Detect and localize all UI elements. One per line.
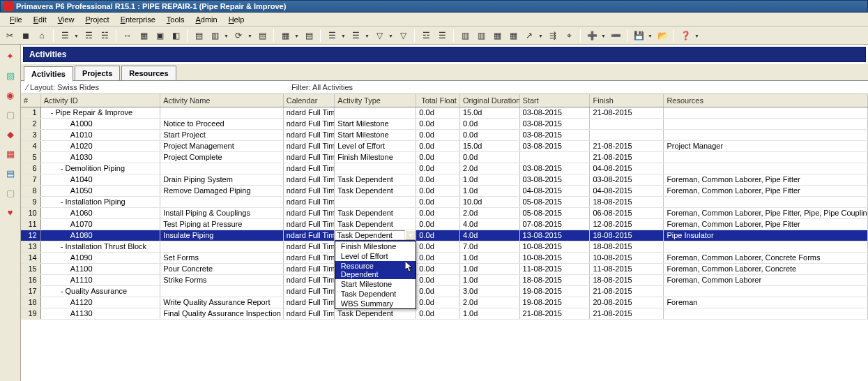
- toolbar-btn[interactable]: ☰: [325, 29, 339, 43]
- menu-project[interactable]: Project: [79, 14, 114, 25]
- col-header[interactable]: Activity ID: [40, 94, 160, 107]
- toolbar-btn[interactable]: ▤: [302, 29, 316, 43]
- toolbar-btn[interactable]: ➖: [609, 29, 623, 43]
- toolbar-btn[interactable]: ☵: [98, 29, 112, 43]
- col-header[interactable]: Start: [519, 94, 590, 107]
- table-row[interactable]: 2A1000Notice to Proceedndard Full TimeSt…: [21, 118, 868, 129]
- activities-grid: #Activity IDActivity NameCalendarActivit…: [21, 94, 868, 320]
- section-header: Activities: [23, 47, 866, 62]
- table-row[interactable]: 14A1090Set Formsndard Full TimeTask Depe…: [21, 252, 868, 263]
- toolbar-btn[interactable]: ▥: [458, 29, 472, 43]
- tab-projects[interactable]: Projects: [75, 66, 120, 80]
- sidebar-icon[interactable]: ▦: [5, 148, 16, 159]
- dropdown-option[interactable]: Finish Milestone: [335, 241, 416, 251]
- toolbar-btn[interactable]: ⌂: [35, 29, 49, 43]
- dropdown-option[interactable]: Level of Effort: [335, 251, 416, 261]
- table-row[interactable]: 13- Installation Thrust Blockndard Full …: [21, 241, 868, 252]
- toolbar-btn[interactable]: ☰: [58, 29, 72, 43]
- toolbar-btn[interactable]: ⟳: [231, 29, 245, 43]
- menu-view[interactable]: View: [52, 14, 80, 25]
- table-row[interactable]: 19A1130Final Quality Assurance Inspectio…: [21, 308, 868, 319]
- tab-activities[interactable]: Activities: [24, 66, 73, 82]
- toolbar-btn[interactable]: ▣: [153, 29, 167, 43]
- menu-help[interactable]: Help: [223, 14, 250, 25]
- toolbar-btn[interactable]: ➕: [585, 29, 599, 43]
- menu-tools[interactable]: Tools: [161, 14, 190, 25]
- sidebar-icon[interactable]: ▢: [5, 109, 16, 120]
- toolbar-btn[interactable]: ⇶: [546, 29, 560, 43]
- toolbar-btn[interactable]: ▽: [372, 29, 386, 43]
- activity-type-value[interactable]: Task Dependent: [335, 230, 405, 240]
- table-row[interactable]: 15A1100Pour Concretendard Full TimeTask …: [21, 263, 868, 274]
- col-header[interactable]: Activity Name: [160, 94, 284, 107]
- dropdown-button[interactable]: ▼: [405, 230, 416, 240]
- toolbar-btn[interactable]: ▦: [137, 29, 151, 43]
- toolbar-btn[interactable]: 📂: [655, 29, 669, 43]
- col-header[interactable]: #: [21, 94, 40, 107]
- toolbar-btn[interactable]: ✂: [3, 29, 17, 43]
- toolbar-btn[interactable]: ▤: [192, 29, 206, 43]
- col-header[interactable]: Calendar: [283, 94, 335, 107]
- table-row[interactable]: 18A1120Write Quality Assurance Reportnda…: [21, 297, 868, 308]
- toolbar-btn[interactable]: ◼: [19, 29, 33, 43]
- toolbar-btn[interactable]: ☲: [419, 29, 433, 43]
- col-header[interactable]: Activity Type: [335, 94, 416, 107]
- title-bar: Primavera P6 Professional R15.1 : PIPE R…: [0, 0, 868, 13]
- table-row[interactable]: 10A1060Install Piping & Couplingsndard F…: [21, 207, 868, 218]
- toolbar-btn[interactable]: ❓: [678, 29, 692, 43]
- table-row[interactable]: 17- Quality Assurancendard Full Time0.0d…: [21, 285, 868, 297]
- dropdown-option[interactable]: WBS Summary: [335, 299, 416, 308]
- toolbar-btn[interactable]: ▥: [474, 29, 488, 43]
- sidebar-icon[interactable]: ✦: [5, 50, 16, 61]
- toolbar-btn[interactable]: ↔: [121, 29, 135, 43]
- menu-edit[interactable]: Edit: [28, 14, 52, 25]
- toolbar-btn[interactable]: ▤: [255, 29, 269, 43]
- table-row[interactable]: 3A1010Start Projectndard Full TimeStart …: [21, 129, 868, 140]
- table-row[interactable]: 7A1040Drain Piping Systemndard Full Time…: [21, 174, 868, 185]
- col-header[interactable]: Original Duration: [459, 94, 519, 107]
- menu-file[interactable]: File: [4, 14, 28, 25]
- table-row[interactable]: 11A1070Test Piping at Pressurendard Full…: [21, 218, 868, 230]
- col-header[interactable]: Finish: [590, 94, 664, 107]
- dropdown-option[interactable]: Resource Dependent: [335, 261, 416, 279]
- activity-type-dropdown[interactable]: Finish MilestoneLevel of EffortResource …: [335, 241, 416, 309]
- toolbar-btn[interactable]: ▽: [396, 29, 410, 43]
- table-row[interactable]: 16A1110Strike Formsndard Full TimeTask D…: [21, 274, 868, 285]
- sidebar-icon[interactable]: ♥: [5, 207, 16, 218]
- dropdown-option[interactable]: Task Dependent: [335, 289, 416, 299]
- tab-resources[interactable]: Resources: [121, 66, 176, 80]
- toolbar-btn[interactable]: ⌖: [562, 29, 576, 43]
- title-text: Primavera P6 Professional R15.1 : PIPE R…: [16, 2, 286, 10]
- col-header[interactable]: Total Float: [416, 94, 460, 107]
- table-row[interactable]: 1- Pipe Repair & Improvendard Full Time0…: [21, 107, 868, 118]
- toolbar-btn[interactable]: 💾: [632, 29, 646, 43]
- table-row[interactable]: 4A1020Project Managementndard Full TimeL…: [21, 140, 868, 151]
- table-row[interactable]: 8A1050Remove Damaged Pipingndard Full Ti…: [21, 185, 868, 196]
- table-row[interactable]: 9- Installation Pipingndard Full Time0.0…: [21, 196, 868, 207]
- menu-enterprise[interactable]: Enterprise: [115, 14, 161, 25]
- col-header[interactable]: Resources: [664, 94, 868, 107]
- filter-label[interactable]: Filter: All Activities: [291, 83, 862, 91]
- toolbar-btn[interactable]: ▦: [506, 29, 520, 43]
- toolbar-btn[interactable]: ▦: [278, 29, 292, 43]
- toolbar-btn[interactable]: ☰: [349, 29, 363, 43]
- sidebar-icon[interactable]: ▧: [5, 70, 16, 81]
- sidebar-icon[interactable]: ◉: [5, 89, 16, 100]
- table-row[interactable]: 6- Demolition Pipingndard Full Time0.0d2…: [21, 163, 868, 174]
- toolbar-btn[interactable]: ▦: [490, 29, 504, 43]
- toolbar-btn[interactable]: ☰: [435, 29, 449, 43]
- sidebar-icon[interactable]: ◆: [5, 128, 16, 140]
- table-row[interactable]: 12A1080Insulate Pipingndard Full TimeTas…: [21, 230, 868, 241]
- toolbar-btn[interactable]: ☴: [82, 29, 96, 43]
- menu-admin[interactable]: Admin: [190, 14, 222, 25]
- dropdown-option[interactable]: Start Milestone: [335, 279, 416, 289]
- sidebar-icon[interactable]: ▢: [5, 187, 16, 198]
- app-icon: [3, 1, 13, 11]
- layout-label[interactable]: ⁄ Layout: Swiss Rides: [26, 83, 291, 91]
- toolbar-btn[interactable]: ↗: [522, 29, 536, 43]
- toolbar-btn[interactable]: ◧: [169, 29, 183, 43]
- sidebar-icon[interactable]: ▤: [5, 167, 16, 179]
- table-row[interactable]: 5A1030Project Completendard Full TimeFin…: [21, 151, 868, 163]
- toolbar: ✂ ◼ ⌂ ☰▼ ☴ ☵ ↔ ▦ ▣ ◧ ▤ ▥▼ ⟳▼ ▤ ▦▼ ▤ ☰▼ ☰…: [0, 27, 868, 45]
- toolbar-btn[interactable]: ▥: [208, 29, 222, 43]
